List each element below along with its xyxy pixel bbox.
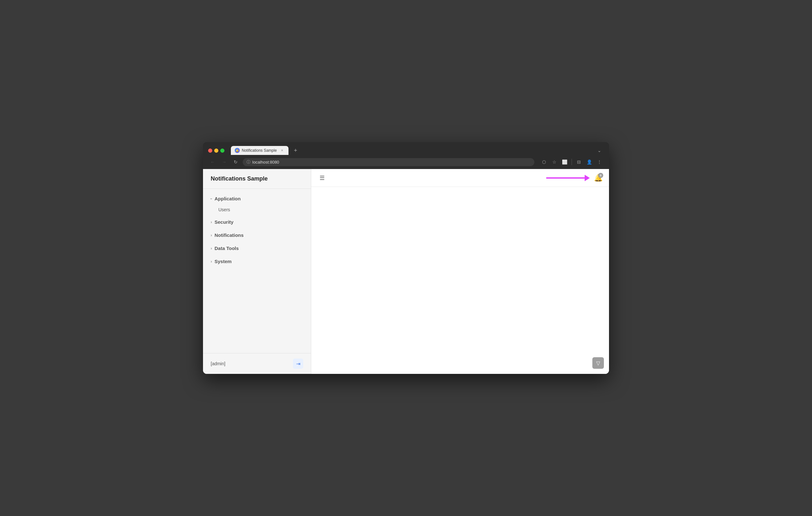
traffic-lights	[208, 149, 225, 153]
application-chevron-icon: ›	[209, 198, 213, 200]
security-chevron-icon: ›	[211, 220, 212, 224]
nav-section-security-header[interactable]: › Security	[203, 216, 311, 228]
forward-button[interactable]: →	[220, 157, 229, 166]
notification-bell-container[interactable]: 🔔 0	[592, 172, 604, 184]
new-tab-button[interactable]: +	[291, 146, 300, 155]
admin-label: [admin]	[211, 361, 225, 366]
nav-section-system: › System	[203, 255, 311, 267]
sidebar-title: Notifications Sample	[211, 175, 268, 182]
profile-icon[interactable]: 👤	[585, 157, 593, 166]
nav-section-application: › Application Users	[203, 193, 311, 215]
tab-title: Notifications Sample	[242, 148, 278, 153]
tabs-dropdown-button[interactable]: ⌄	[595, 146, 604, 155]
nav-section-data-tools-header[interactable]: › Data Tools	[203, 242, 311, 254]
extensions-icon[interactable]: ⬜	[560, 157, 569, 166]
secure-icon: ⓘ	[246, 159, 251, 165]
notifications-label: Notifications	[214, 233, 244, 238]
main-body: ▽	[311, 187, 609, 374]
sidebar-nav: › Application Users › Security	[203, 189, 311, 353]
tab-favicon: 🔔	[235, 148, 240, 153]
system-label: System	[214, 259, 232, 264]
browser-toolbar: ← → ↻ ⓘ localhost:8080 ⬡ ☆ ⬜ ⊟ 👤 ⋮	[203, 155, 609, 169]
sidebar-item-users[interactable]: Users	[203, 205, 311, 215]
main-header: ☰ 🔔 0	[311, 169, 609, 187]
hamburger-button[interactable]: ☰	[316, 172, 328, 184]
toolbar-separator	[572, 159, 572, 165]
browser-titlebar: 🔔 Notifications Sample × + ⌄	[203, 142, 609, 155]
app-container: Notifications Sample › Application Users	[203, 169, 609, 374]
bookmark-icon[interactable]: ☆	[550, 157, 559, 166]
refresh-button[interactable]: ↻	[231, 157, 240, 166]
logout-button[interactable]: ⇥	[293, 359, 303, 369]
tab-close-button[interactable]: ×	[280, 148, 285, 153]
main-content: ☰ 🔔 0 ▽	[311, 169, 609, 374]
address-text: localhost:8080	[252, 160, 530, 164]
minimize-traffic-light[interactable]	[214, 149, 219, 153]
notification-badge: 0	[598, 173, 603, 178]
annotation-arrow	[546, 175, 590, 181]
arrow-head	[585, 175, 590, 181]
toolbar-actions: ⬡ ☆ ⬜ ⊟ 👤 ⋮	[540, 157, 604, 166]
split-view-icon[interactable]: ⊟	[574, 157, 583, 166]
browser-window: 🔔 Notifications Sample × + ⌄ ← → ↻ ⓘ loc…	[203, 142, 609, 374]
active-tab[interactable]: 🔔 Notifications Sample ×	[231, 146, 289, 155]
nav-section-notifications: › Notifications	[203, 229, 311, 241]
sidebar-footer: [admin] ⇥	[203, 353, 311, 374]
arrow-line	[546, 177, 585, 179]
hamburger-icon: ☰	[320, 175, 325, 182]
nav-section-application-header[interactable]: › Application	[203, 193, 311, 205]
nav-section-system-header[interactable]: › System	[203, 255, 311, 267]
nav-section-notifications-header[interactable]: › Notifications	[203, 229, 311, 241]
sidebar-header: Notifications Sample	[203, 169, 311, 189]
system-chevron-icon: ›	[211, 259, 212, 264]
application-label: Application	[214, 196, 241, 201]
address-bar[interactable]: ⓘ localhost:8080	[243, 158, 534, 166]
security-label: Security	[214, 219, 233, 225]
menu-icon[interactable]: ⋮	[595, 157, 604, 166]
application-sub-items: Users	[203, 205, 311, 215]
data-tools-chevron-icon: ›	[211, 246, 212, 251]
sidebar: Notifications Sample › Application Users	[203, 169, 311, 374]
browser-tabs-row: 🔔 Notifications Sample × + ⌄	[208, 146, 604, 155]
cast-icon[interactable]: ⬡	[540, 157, 549, 166]
nav-section-security: › Security	[203, 216, 311, 228]
maximize-traffic-light[interactable]	[220, 149, 225, 153]
back-button[interactable]: ←	[208, 157, 217, 166]
close-traffic-light[interactable]	[208, 149, 212, 153]
data-tools-label: Data Tools	[214, 245, 239, 251]
notifications-chevron-icon: ›	[211, 233, 212, 238]
header-right: 🔔 0	[546, 172, 604, 184]
bottom-right-widget[interactable]: ▽	[592, 357, 604, 369]
nav-section-data-tools: › Data Tools	[203, 242, 311, 254]
